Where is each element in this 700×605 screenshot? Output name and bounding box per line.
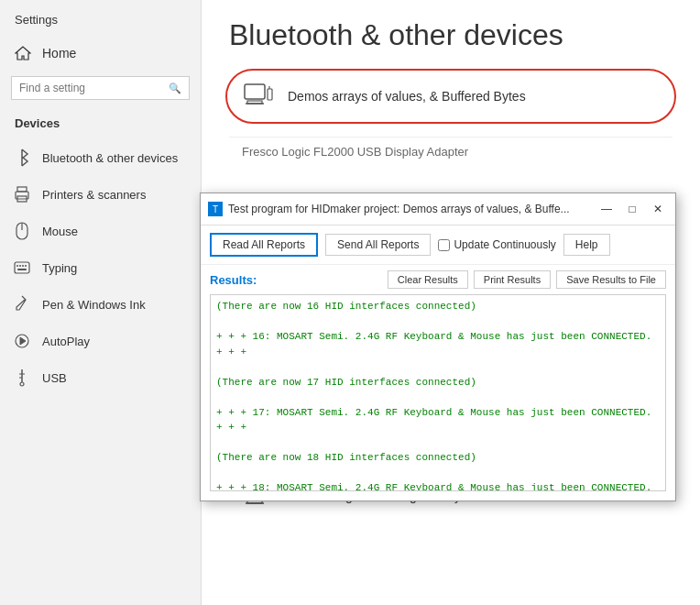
popup-app-icon: T <box>208 202 223 216</box>
page-title: Bluetooth & other devices <box>229 18 673 52</box>
search-box[interactable]: 🔍 <box>11 76 190 100</box>
sidebar-item-typing[interactable]: Typing <box>0 249 201 286</box>
home-label: Home <box>42 46 76 60</box>
results-label: Results: <box>210 273 257 287</box>
svg-point-14 <box>20 382 24 386</box>
sidebar-item-usb-label: USB <box>42 371 67 385</box>
sidebar-item-printers[interactable]: Printers & scanners <box>0 176 201 213</box>
result-line-1: (There are now 16 HID interfaces connect… <box>216 299 660 314</box>
svg-rect-1 <box>17 187 27 192</box>
bluetooth-icon <box>13 148 31 167</box>
result-line-3: (There are now 17 HID interfaces connect… <box>216 375 660 390</box>
home-icon <box>15 45 31 61</box>
highlighted-device-name: Demos arrays of values, & Buffered Bytes <box>288 89 526 104</box>
sidebar: Settings Home 🔍 Devices Bluetooth & othe… <box>0 0 202 605</box>
result-line-2: + + + 16: MOSART Semi. 2.4G RF Keyboard … <box>216 329 660 359</box>
autoplay-icon <box>13 332 31 350</box>
help-button[interactable]: Help <box>563 234 610 256</box>
search-input[interactable] <box>19 82 169 94</box>
sidebar-item-pen[interactable]: Pen & Windows Ink <box>0 286 201 323</box>
printer-icon <box>13 185 31 204</box>
sidebar-item-autoplay[interactable]: AutoPlay <box>0 323 201 359</box>
send-all-reports-button[interactable]: Send All Reports <box>325 234 431 256</box>
fresco-device-label: Fresco Logic FL2000 USB Display Adapter <box>242 145 468 159</box>
sidebar-item-pen-label: Pen & Windows Ink <box>42 298 146 312</box>
update-continuously-text: Update Continuously <box>454 238 555 251</box>
svg-marker-12 <box>20 337 26 345</box>
usb-icon <box>13 368 31 387</box>
popup-window: T Test program for HIDmaker project: Dem… <box>200 192 676 501</box>
update-continuously-checkbox[interactable] <box>438 239 450 251</box>
search-icon: 🔍 <box>169 82 181 94</box>
minimize-button[interactable]: — <box>596 199 617 219</box>
sidebar-item-typing-label: Typing <box>42 261 77 275</box>
read-all-reports-button[interactable]: Read All Reports <box>210 233 318 257</box>
sidebar-item-printers-label: Printers & scanners <box>42 188 146 202</box>
highlighted-device-item[interactable]: Demos arrays of values, & Buffered Bytes <box>229 71 673 122</box>
popup-titlebar: T Test program for HIDmaker project: Dem… <box>201 193 675 226</box>
svg-rect-18 <box>268 89 272 100</box>
popup-results-area[interactable]: (There are now 16 HID interfaces connect… <box>210 294 666 491</box>
highlighted-device-container: Demos arrays of values, & Buffered Bytes <box>229 71 673 122</box>
svg-rect-5 <box>15 262 29 273</box>
sidebar-item-bluetooth[interactable]: Bluetooth & other devices <box>0 139 201 176</box>
devices-section-header: Devices <box>0 111 201 139</box>
result-line-6: + + + 18: MOSART Semi. 2.4G RF Keyboard … <box>216 480 660 491</box>
app-title: Settings <box>0 0 201 36</box>
svg-rect-15 <box>245 84 265 99</box>
typing-icon <box>13 258 31 277</box>
results-buttons: Clear Results Print Results Save Results… <box>388 270 666 289</box>
popup-title: Test program for HIDmaker project: Demos… <box>228 203 591 215</box>
pen-icon <box>13 295 31 314</box>
result-line-5: (There are now 18 HID interfaces connect… <box>216 450 660 466</box>
save-results-button[interactable]: Save Results to File <box>556 270 666 289</box>
sidebar-item-mouse-label: Mouse <box>42 225 78 238</box>
popup-toolbar: Read All Reports Send All Reports Update… <box>201 226 675 265</box>
maximize-button[interactable]: □ <box>622 199 642 219</box>
sidebar-item-bluetooth-label: Bluetooth & other devices <box>42 151 178 165</box>
device-icon <box>242 80 275 113</box>
result-line-4: + + + 17: MOSART Semi. 2.4G RF Keyboard … <box>216 405 660 435</box>
results-text-container: (There are now 16 HID interfaces connect… <box>211 295 665 491</box>
home-nav-item[interactable]: Home <box>0 36 201 71</box>
sidebar-item-mouse[interactable]: Mouse <box>0 213 201 249</box>
sidebar-item-usb[interactable]: USB <box>0 359 201 396</box>
clear-results-button[interactable]: Clear Results <box>388 270 468 289</box>
print-results-button[interactable]: Print Results <box>474 270 551 289</box>
sidebar-item-autoplay-label: AutoPlay <box>42 335 90 348</box>
mouse-icon <box>13 222 31 240</box>
popup-results-header: Results: Clear Results Print Results Sav… <box>201 265 675 294</box>
update-continuously-label[interactable]: Update Continuously <box>438 238 555 251</box>
close-button[interactable]: ✕ <box>648 199 668 219</box>
fresco-device-text: Fresco Logic FL2000 USB Display Adapter <box>229 137 673 166</box>
popup-icon-text: T <box>213 204 218 214</box>
